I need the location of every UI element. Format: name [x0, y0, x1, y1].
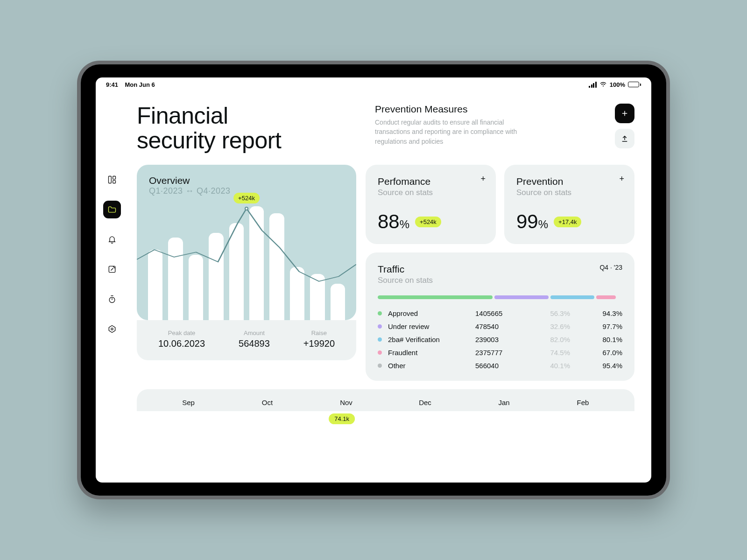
stat-raise: Raise +19920 [303, 329, 335, 349]
status-date: Mon Jun 6 [125, 81, 155, 88]
battery-icon [628, 82, 641, 87]
prevention-body: Conduct regular audits to ensure all fin… [375, 118, 520, 146]
status-time: 9:41 [106, 81, 118, 88]
sidebar-item-compose[interactable] [103, 260, 121, 278]
prevention-title: Prevention Measures [375, 104, 603, 115]
status-left: 9:41 Mon Jun 6 [106, 81, 155, 88]
add-button[interactable] [615, 104, 634, 123]
svg-point-6 [111, 328, 113, 330]
row-pct-b: 67.0% [580, 349, 622, 357]
row-count: 1405665 [475, 309, 538, 317]
sidebar-item-dashboard[interactable] [103, 171, 121, 189]
row-label: Under review [384, 322, 475, 330]
month-label[interactable]: Dec [386, 399, 465, 406]
row-label: Other [384, 362, 475, 370]
status-bar: 9:41 Mon Jun 6 100% [96, 77, 651, 91]
hexagon-icon [107, 324, 117, 334]
tablet-frame: 9:41 Mon Jun 6 100% [77, 61, 670, 499]
layout-icon [107, 175, 117, 184]
traffic-row: Fraudlent237577774.5%67.0% [378, 349, 622, 357]
sidebar-item-notifications[interactable] [103, 231, 121, 248]
main-content: Financial security report Prevention Mea… [128, 91, 651, 483]
edit-icon [107, 265, 117, 274]
upload-button[interactable] [615, 129, 634, 148]
traffic-rows: Approved140566556.3%94.3%Under review478… [378, 309, 622, 370]
overview-stats: Peak date 10.06.2023 Amount 564893 [137, 320, 356, 360]
performance-delta: +524k [415, 217, 441, 227]
traffic-period: Q4 · '23 [599, 264, 622, 271]
plus-icon [620, 109, 629, 118]
months-card: SepOctNovDecJanFeb 74.1k [137, 389, 634, 411]
performance-value: 88% [378, 210, 409, 233]
traffic-segbar [378, 295, 622, 299]
row-count: 2375777 [475, 349, 538, 357]
expand-button[interactable]: + [480, 174, 486, 184]
month-label[interactable]: Nov [307, 399, 386, 406]
month-label[interactable]: Feb [543, 399, 622, 406]
prevention-value: 99% [516, 210, 548, 233]
stat-peak-date: Peak date 10.06.2023 [158, 329, 205, 349]
row-pct-b: 80.1% [580, 336, 622, 343]
row-pct-a: 56.3% [538, 309, 580, 317]
row-dot [378, 311, 382, 315]
sidebar-item-files[interactable] [103, 201, 121, 218]
cellular-icon [589, 82, 597, 88]
row-label: Approved [384, 309, 475, 317]
stopwatch-icon [107, 294, 117, 304]
row-pct-a: 82.0% [538, 336, 580, 343]
stat-amount: Amount 564893 [239, 329, 270, 349]
wifi-icon [599, 81, 607, 88]
row-count: 239003 [475, 336, 538, 343]
months-row: SepOctNovDecJanFeb [149, 399, 622, 406]
sidebar-item-settings[interactable] [103, 320, 121, 338]
month-pill: 74.1k [329, 413, 355, 424]
row-dot [378, 364, 382, 368]
month-label[interactable]: Oct [228, 399, 307, 406]
row-pct-b: 94.3% [580, 309, 622, 317]
tablet-bezel: 9:41 Mon Jun 6 100% [81, 64, 666, 496]
month-label[interactable]: Jan [465, 399, 543, 406]
svg-rect-1 [109, 176, 112, 183]
svg-rect-3 [113, 181, 116, 183]
svg-rect-2 [113, 176, 116, 180]
sidebar-item-timer[interactable] [103, 290, 121, 308]
overview-card: Overview Q1·2023 ↔ Q4·2023 +524k [137, 165, 356, 360]
row-pct-b: 95.4% [580, 362, 622, 370]
battery-pct: 100% [610, 81, 625, 88]
status-right: 100% [589, 81, 641, 88]
screen: 9:41 Mon Jun 6 100% [96, 77, 651, 483]
row-count: 566040 [475, 362, 538, 370]
peak-dot [245, 207, 248, 210]
traffic-row: 2ba# Verification23900382.0%80.1% [378, 336, 622, 343]
row-pct-a: 40.1% [538, 362, 580, 370]
row-pct-a: 74.5% [538, 349, 580, 357]
row-count: 478540 [475, 322, 538, 330]
overview-title: Overview [149, 175, 344, 186]
upload-icon [620, 134, 629, 143]
prevention-delta: +17,4k [554, 217, 581, 227]
svg-point-0 [603, 85, 604, 86]
folder-icon [107, 205, 117, 214]
row-pct-a: 32.6% [538, 322, 580, 330]
row-label: 2ba# Verification [384, 336, 475, 343]
overview-chart[interactable]: +524k [137, 199, 356, 320]
row-dot [378, 337, 382, 342]
expand-button[interactable]: + [619, 174, 624, 184]
row-label: Fraudlent [384, 349, 475, 357]
sidebar [96, 91, 128, 483]
peak-pill: +524k [233, 193, 260, 203]
month-label[interactable]: Sep [149, 399, 228, 406]
traffic-card: Traffic Source on stats Q4 · '23 Approve… [366, 252, 634, 381]
page-title: Financial security report [137, 104, 356, 153]
traffic-row: Under review47854032.6%97.7% [378, 322, 622, 330]
header: Financial security report Prevention Mea… [137, 104, 634, 153]
performance-card: + Perfomance Source on stats 88% +524k [366, 165, 496, 244]
row-dot [378, 324, 382, 329]
traffic-row: Approved140566556.3%94.3% [378, 309, 622, 317]
prevention-measures: Prevention Measures Conduct regular audi… [375, 104, 603, 146]
bell-icon [107, 235, 117, 244]
row-dot [378, 350, 382, 355]
row-pct-b: 97.7% [580, 322, 622, 330]
prevention-card: + Prevention Source on stats 99% +17,4k [504, 165, 634, 244]
traffic-row: Other56604040.1%95.4% [378, 362, 622, 370]
